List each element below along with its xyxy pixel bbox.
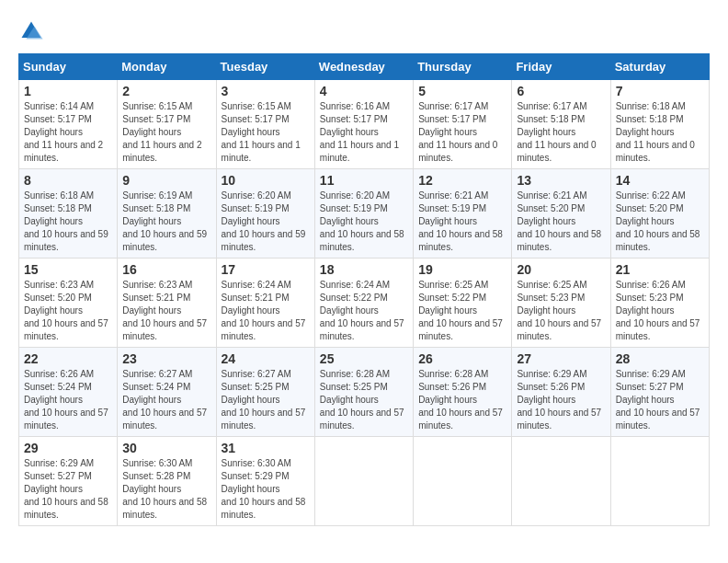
day-info: Sunrise: 6:26 AM Sunset: 5:24 PM Dayligh…	[24, 369, 108, 431]
calendar-day-cell: 31 Sunrise: 6:30 AM Sunset: 5:29 PM Dayl…	[216, 437, 314, 526]
calendar-day-cell: 17 Sunrise: 6:24 AM Sunset: 5:21 PM Dayl…	[216, 259, 314, 348]
weekday-header: Wednesday	[314, 54, 413, 80]
calendar-header-row: SundayMondayTuesdayWednesdayThursdayFrid…	[19, 54, 710, 80]
day-number: 20	[517, 262, 605, 277]
day-info: Sunrise: 6:16 AM Sunset: 5:17 PM Dayligh…	[320, 101, 399, 163]
day-number: 5	[418, 84, 506, 98]
day-info: Sunrise: 6:14 AM Sunset: 5:17 PM Dayligh…	[24, 101, 103, 163]
calendar-day-cell: 4 Sunrise: 6:16 AM Sunset: 5:17 PM Dayli…	[314, 80, 413, 169]
calendar-day-cell: 25 Sunrise: 6:28 AM Sunset: 5:25 PM Dayl…	[314, 348, 413, 437]
day-info: Sunrise: 6:25 AM Sunset: 5:23 PM Dayligh…	[517, 280, 601, 341]
day-number: 11	[320, 173, 408, 188]
calendar-day-cell	[512, 437, 610, 526]
calendar-day-cell: 18 Sunrise: 6:24 AM Sunset: 5:22 PM Dayl…	[314, 259, 413, 348]
logo	[18, 18, 48, 44]
calendar-day-cell: 5 Sunrise: 6:17 AM Sunset: 5:17 PM Dayli…	[414, 80, 512, 169]
calendar-day-cell: 29 Sunrise: 6:29 AM Sunset: 5:27 PM Dayl…	[19, 437, 118, 526]
day-info: Sunrise: 6:28 AM Sunset: 5:26 PM Dayligh…	[418, 369, 503, 431]
day-number: 26	[418, 351, 506, 366]
calendar-day-cell: 11 Sunrise: 6:20 AM Sunset: 5:19 PM Dayl…	[314, 169, 413, 259]
day-number: 25	[320, 351, 408, 366]
calendar-day-cell: 10 Sunrise: 6:20 AM Sunset: 5:19 PM Dayl…	[216, 169, 314, 259]
calendar-day-cell: 8 Sunrise: 6:18 AM Sunset: 5:18 PM Dayli…	[19, 169, 118, 259]
calendar-day-cell: 30 Sunrise: 6:30 AM Sunset: 5:28 PM Dayl…	[118, 437, 216, 526]
day-info: Sunrise: 6:22 AM Sunset: 5:20 PM Dayligh…	[616, 190, 700, 252]
day-info: Sunrise: 6:21 AM Sunset: 5:19 PM Dayligh…	[418, 190, 503, 252]
logo-icon	[18, 18, 44, 44]
calendar-day-cell: 9 Sunrise: 6:19 AM Sunset: 5:18 PM Dayli…	[118, 169, 216, 259]
day-number: 15	[24, 262, 112, 277]
calendar-week-row: 8 Sunrise: 6:18 AM Sunset: 5:18 PM Dayli…	[19, 169, 710, 259]
weekday-header: Thursday	[414, 54, 512, 80]
calendar-day-cell: 2 Sunrise: 6:15 AM Sunset: 5:17 PM Dayli…	[118, 80, 216, 169]
day-number: 12	[418, 173, 506, 188]
day-number: 30	[122, 441, 210, 455]
calendar-day-cell: 28 Sunrise: 6:29 AM Sunset: 5:27 PM Dayl…	[610, 348, 709, 437]
calendar-day-cell: 27 Sunrise: 6:29 AM Sunset: 5:26 PM Dayl…	[512, 348, 610, 437]
day-number: 6	[517, 84, 605, 98]
day-info: Sunrise: 6:27 AM Sunset: 5:24 PM Dayligh…	[122, 369, 207, 431]
day-info: Sunrise: 6:24 AM Sunset: 5:21 PM Dayligh…	[222, 280, 306, 341]
day-number: 17	[222, 262, 310, 277]
day-info: Sunrise: 6:28 AM Sunset: 5:25 PM Dayligh…	[320, 369, 404, 431]
calendar-day-cell: 13 Sunrise: 6:21 AM Sunset: 5:20 PM Dayl…	[512, 169, 610, 259]
day-number: 18	[320, 262, 408, 277]
calendar-day-cell: 1 Sunrise: 6:14 AM Sunset: 5:17 PM Dayli…	[19, 80, 118, 169]
day-info: Sunrise: 6:18 AM Sunset: 5:18 PM Dayligh…	[24, 190, 108, 252]
day-number: 16	[122, 262, 210, 277]
calendar-day-cell: 21 Sunrise: 6:26 AM Sunset: 5:23 PM Dayl…	[610, 259, 709, 348]
day-info: Sunrise: 6:29 AM Sunset: 5:26 PM Dayligh…	[517, 369, 601, 431]
calendar-day-cell: 23 Sunrise: 6:27 AM Sunset: 5:24 PM Dayl…	[118, 348, 216, 437]
day-info: Sunrise: 6:17 AM Sunset: 5:18 PM Dayligh…	[517, 101, 596, 163]
calendar-table: SundayMondayTuesdayWednesdayThursdayFrid…	[18, 53, 710, 526]
day-number: 27	[517, 351, 605, 366]
day-info: Sunrise: 6:23 AM Sunset: 5:21 PM Dayligh…	[122, 280, 207, 341]
calendar-day-cell: 15 Sunrise: 6:23 AM Sunset: 5:20 PM Dayl…	[19, 259, 118, 348]
calendar-day-cell: 22 Sunrise: 6:26 AM Sunset: 5:24 PM Dayl…	[19, 348, 118, 437]
calendar-day-cell: 26 Sunrise: 6:28 AM Sunset: 5:26 PM Dayl…	[414, 348, 512, 437]
calendar-day-cell: 6 Sunrise: 6:17 AM Sunset: 5:18 PM Dayli…	[512, 80, 610, 169]
day-info: Sunrise: 6:15 AM Sunset: 5:17 PM Dayligh…	[122, 101, 201, 163]
day-number: 2	[122, 84, 210, 98]
day-info: Sunrise: 6:17 AM Sunset: 5:17 PM Dayligh…	[418, 101, 497, 163]
day-number: 22	[24, 351, 112, 366]
calendar-day-cell: 19 Sunrise: 6:25 AM Sunset: 5:22 PM Dayl…	[414, 259, 512, 348]
calendar-day-cell: 14 Sunrise: 6:22 AM Sunset: 5:20 PM Dayl…	[610, 169, 709, 259]
page-header	[18, 18, 710, 44]
calendar-day-cell	[314, 437, 413, 526]
day-number: 9	[122, 173, 210, 188]
calendar-day-cell: 3 Sunrise: 6:15 AM Sunset: 5:17 PM Dayli…	[216, 80, 314, 169]
calendar-day-cell: 7 Sunrise: 6:18 AM Sunset: 5:18 PM Dayli…	[610, 80, 709, 169]
day-info: Sunrise: 6:24 AM Sunset: 5:22 PM Dayligh…	[320, 280, 404, 341]
calendar-week-row: 1 Sunrise: 6:14 AM Sunset: 5:17 PM Dayli…	[19, 80, 710, 169]
day-number: 8	[24, 173, 112, 188]
day-number: 21	[616, 262, 704, 277]
day-info: Sunrise: 6:29 AM Sunset: 5:27 PM Dayligh…	[24, 458, 108, 520]
day-info: Sunrise: 6:25 AM Sunset: 5:22 PM Dayligh…	[418, 280, 503, 341]
day-number: 14	[616, 173, 704, 188]
day-number: 10	[222, 173, 310, 188]
calendar-day-cell	[414, 437, 512, 526]
day-number: 1	[24, 84, 112, 98]
day-info: Sunrise: 6:26 AM Sunset: 5:23 PM Dayligh…	[616, 280, 700, 341]
day-info: Sunrise: 6:29 AM Sunset: 5:27 PM Dayligh…	[616, 369, 700, 431]
day-info: Sunrise: 6:19 AM Sunset: 5:18 PM Dayligh…	[122, 190, 207, 252]
weekday-header: Tuesday	[216, 54, 314, 80]
day-info: Sunrise: 6:20 AM Sunset: 5:19 PM Dayligh…	[222, 190, 306, 252]
day-number: 19	[418, 262, 506, 277]
day-number: 28	[616, 351, 704, 366]
weekday-header: Friday	[512, 54, 610, 80]
day-info: Sunrise: 6:21 AM Sunset: 5:20 PM Dayligh…	[517, 190, 601, 252]
day-number: 23	[122, 351, 210, 366]
calendar-day-cell: 24 Sunrise: 6:27 AM Sunset: 5:25 PM Dayl…	[216, 348, 314, 437]
weekday-header: Monday	[118, 54, 216, 80]
day-info: Sunrise: 6:30 AM Sunset: 5:28 PM Dayligh…	[122, 458, 207, 520]
day-number: 31	[222, 441, 310, 455]
day-info: Sunrise: 6:20 AM Sunset: 5:19 PM Dayligh…	[320, 190, 404, 252]
day-number: 24	[222, 351, 310, 366]
calendar-week-row: 15 Sunrise: 6:23 AM Sunset: 5:20 PM Dayl…	[19, 259, 710, 348]
calendar-day-cell: 20 Sunrise: 6:25 AM Sunset: 5:23 PM Dayl…	[512, 259, 610, 348]
day-info: Sunrise: 6:30 AM Sunset: 5:29 PM Dayligh…	[222, 458, 306, 520]
day-info: Sunrise: 6:23 AM Sunset: 5:20 PM Dayligh…	[24, 280, 108, 341]
calendar-day-cell: 16 Sunrise: 6:23 AM Sunset: 5:21 PM Dayl…	[118, 259, 216, 348]
